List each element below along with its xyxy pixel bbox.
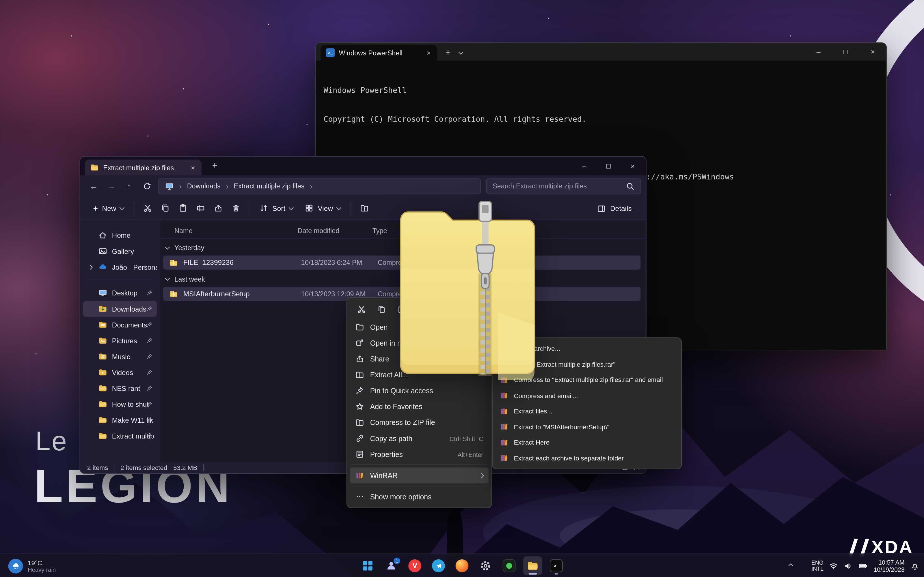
cut-icon[interactable]: [357, 305, 366, 314]
chevron-down-icon: [289, 205, 294, 210]
maximize-button[interactable]: □: [596, 157, 620, 176]
up-button[interactable]: ↑: [120, 178, 138, 194]
explorer-tab-strip[interactable]: Extract multiple zip files × + – □ ×: [80, 157, 646, 176]
sidebar-item-folder[interactable]: Make W11 lik: [83, 412, 157, 428]
menu-item-add-favorites[interactable]: Add to Favorites: [350, 399, 489, 414]
breadcrumb-current[interactable]: Extract multiple zip files: [234, 183, 304, 190]
chat-app-icon[interactable]: 1: [382, 556, 401, 575]
vivaldi-icon[interactable]: V: [405, 556, 424, 575]
menu-item-winrar[interactable]: WinRAR: [350, 467, 489, 483]
sidebar-item-home[interactable]: Home: [83, 227, 157, 243]
system-tray: ENG INTL 10:57 AM 10/19/2023: [789, 554, 919, 577]
new-tab-button[interactable]: +: [212, 160, 217, 170]
explorer-tab[interactable]: Extract multiple zip files ×: [85, 160, 202, 176]
winrar-icon: [355, 471, 364, 480]
search-input[interactable]: Search Extract multiple zip files: [486, 178, 641, 194]
delete-button[interactable]: [227, 199, 245, 217]
settings-icon[interactable]: [476, 556, 495, 575]
weather-widget[interactable]: 19°C Heavy rain: [5, 556, 59, 575]
clock[interactable]: 10:57 AM 10/19/2023: [874, 559, 905, 573]
sidebar-item-folder[interactable]: NES rant: [83, 380, 157, 396]
tab-close-icon[interactable]: ×: [190, 163, 196, 172]
green-app-icon[interactable]: [500, 556, 519, 575]
file-explorer-icon[interactable]: [523, 556, 542, 575]
refresh-button[interactable]: [138, 178, 156, 194]
start-button[interactable]: [359, 556, 377, 575]
forward-button[interactable]: →: [102, 178, 120, 194]
speaker-icon[interactable]: [844, 561, 853, 571]
copy-icon[interactable]: [377, 305, 386, 314]
paste-icon: [178, 204, 187, 213]
submenu-item-extract-files[interactable]: Extract files...: [495, 403, 679, 419]
sidebar-item-onedrive[interactable]: João - Personal: [83, 259, 157, 275]
paste-button[interactable]: [174, 199, 191, 217]
telegram-icon[interactable]: [429, 556, 448, 575]
details-button[interactable]: Details: [591, 200, 638, 217]
column-name[interactable]: Name: [174, 227, 298, 234]
file-date: 10/18/2023 6:24 PM: [301, 259, 378, 266]
notification-bell-icon[interactable]: [910, 561, 919, 571]
details-label: Details: [610, 204, 632, 213]
sidebar-item-documents[interactable]: Documents: [83, 317, 157, 333]
tab-close-icon[interactable]: ×: [425, 48, 432, 57]
new-tab-button[interactable]: +: [446, 47, 451, 57]
sort-button[interactable]: Sort: [254, 199, 299, 217]
battery-icon[interactable]: [859, 561, 868, 571]
close-button[interactable]: ×: [620, 157, 645, 176]
menu-item-compress-zip[interactable]: Compress to ZIP file: [350, 414, 489, 430]
powershell-titlebar[interactable]: >_ Windows PowerShell × + – □ ×: [316, 43, 887, 61]
zip-folder-icon: [169, 258, 178, 267]
wifi-icon[interactable]: [829, 561, 838, 571]
breadcrumb-downloads[interactable]: Downloads: [187, 183, 221, 190]
powershell-tab[interactable]: >_ Windows PowerShell ×: [320, 45, 437, 61]
maximize-button[interactable]: □: [832, 43, 859, 61]
more-options-icon: [355, 492, 364, 501]
column-date-modified[interactable]: Date modified: [298, 227, 373, 234]
share-button[interactable]: [209, 199, 227, 217]
sidebar-item-music[interactable]: Music: [83, 348, 157, 364]
selection-count: 2 items selected: [120, 464, 167, 471]
new-button[interactable]: + New: [87, 199, 130, 217]
trash-icon: [231, 204, 240, 213]
minimize-button[interactable]: –: [805, 43, 832, 61]
videos-icon: [99, 368, 107, 377]
notification-badge: 1: [393, 557, 401, 565]
extract-all-button[interactable]: [355, 199, 373, 217]
sidebar-item-videos[interactable]: Videos: [83, 364, 157, 380]
tray-expand-icon[interactable]: [789, 564, 792, 567]
zip-folder-icon: [169, 289, 178, 298]
terminal-icon[interactable]: >_: [547, 556, 565, 575]
back-button[interactable]: ←: [85, 178, 102, 194]
menu-item-show-more[interactable]: Show more options: [350, 489, 489, 504]
submenu-item-extract-to-folder[interactable]: Extract to "MSIAfterburnerSetup\": [495, 419, 679, 435]
language-indicator[interactable]: ENG INTL: [811, 560, 824, 572]
chevron-right-icon[interactable]: [88, 264, 93, 269]
sidebar-item-desktop[interactable]: Desktop: [83, 285, 157, 301]
weather-desc: Heavy rain: [28, 566, 56, 572]
tab-dropdown-icon[interactable]: [459, 47, 462, 57]
sidebar-item-downloads[interactable]: Downloads: [83, 301, 157, 317]
submenu-item-extract-here[interactable]: Extract Here: [495, 435, 679, 450]
breadcrumb-separator: ›: [310, 182, 312, 190]
sidebar-item-folder[interactable]: How to shut: [83, 396, 157, 412]
breadcrumb[interactable]: › Downloads › Extract multiple zip files…: [158, 178, 481, 194]
close-button[interactable]: ×: [859, 43, 887, 61]
sidebar-item-folder[interactable]: Extract multip: [83, 428, 157, 444]
menu-item-copy-as-path[interactable]: Copy as path Ctrl+Shift+C: [350, 430, 489, 446]
firefox-icon[interactable]: [452, 556, 471, 575]
new-label: New: [102, 204, 116, 212]
home-icon: [99, 231, 107, 240]
menu-item-properties[interactable]: Properties Alt+Enter: [350, 446, 489, 462]
sidebar-item-pictures[interactable]: Pictures: [83, 333, 157, 348]
sidebar-item-gallery[interactable]: Gallery: [83, 243, 157, 259]
view-button[interactable]: View: [299, 199, 347, 217]
submenu-item-compress-and-email[interactable]: Compress and email...: [495, 388, 679, 403]
documents-icon: [99, 320, 107, 329]
menu-item-pin-quick-access[interactable]: Pin to Quick access: [350, 383, 489, 399]
minimize-button[interactable]: –: [572, 157, 596, 176]
pin-icon: [146, 337, 152, 343]
rename-button[interactable]: [192, 199, 209, 217]
submenu-item-extract-each-archive[interactable]: Extract each archive to separate folder: [495, 450, 679, 466]
copy-button[interactable]: [156, 199, 174, 217]
cut-button[interactable]: [139, 199, 156, 217]
